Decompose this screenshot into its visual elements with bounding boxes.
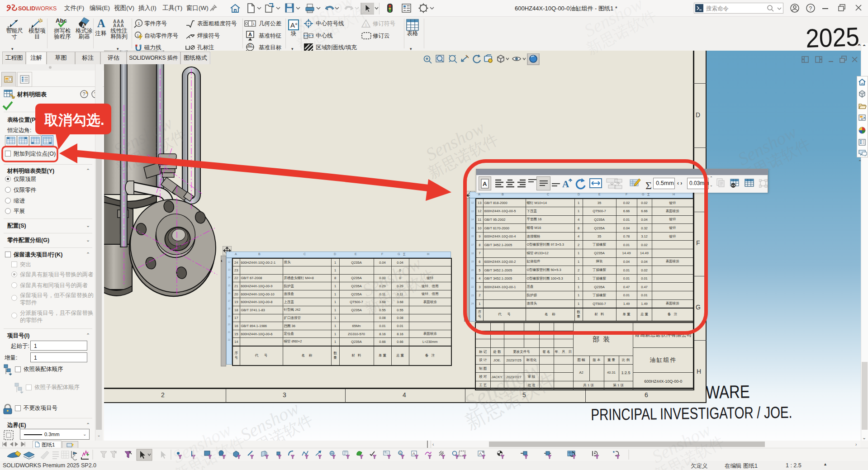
svg-text:1: 1	[253, 22, 255, 26]
svg-text:1: 1	[365, 23, 367, 27]
svg-text:1: 1	[137, 33, 139, 38]
svg-text:?: ?	[809, 5, 812, 12]
svg-text:A: A	[248, 32, 252, 37]
svg-text:A: A	[479, 451, 482, 456]
svg-text:A°: A°	[290, 21, 298, 29]
svg-text:?: ?	[83, 91, 85, 97]
svg-text:A: A	[562, 179, 569, 190]
svg-text:SOLIDWORKS: SOLIDWORKS	[18, 5, 57, 12]
svg-text:A1: A1	[248, 44, 252, 47]
svg-text:N: N	[399, 452, 401, 455]
svg-text:A: A	[483, 180, 487, 187]
svg-text:Σ: Σ	[645, 180, 652, 190]
svg-text:1: 1	[138, 21, 140, 26]
svg-text:Abc: Abc	[56, 17, 67, 24]
svg-text:A: A	[97, 17, 105, 29]
